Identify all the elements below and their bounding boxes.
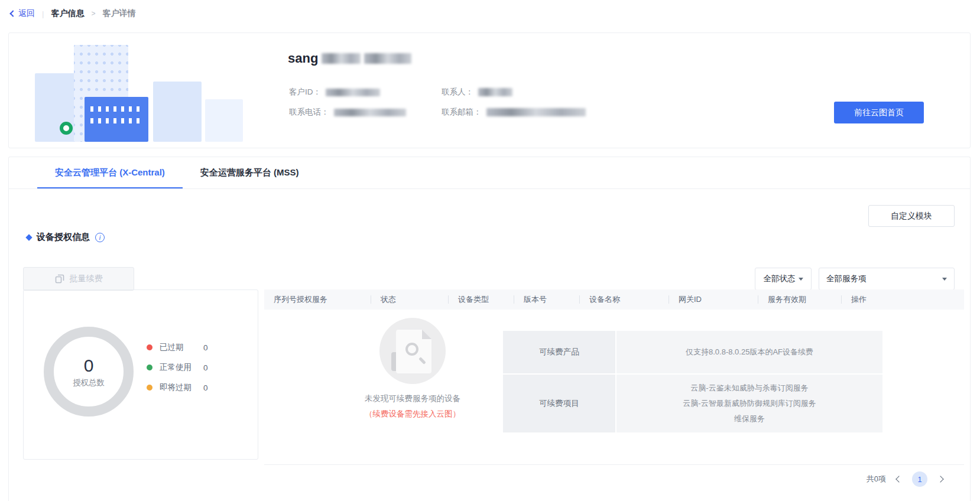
magnifier-icon bbox=[405, 343, 418, 356]
breadcrumb-parent[interactable]: 客户信息 bbox=[51, 8, 84, 19]
license-total-value: 0 bbox=[84, 356, 94, 376]
renewable-item: 云脑-云智最新威胁防御规则库订阅服务 bbox=[683, 396, 816, 411]
breadcrumb-separator: | bbox=[42, 9, 44, 18]
legend-item-expiring: 即将过期 0 bbox=[147, 382, 208, 393]
col-status: 状态 bbox=[371, 294, 448, 305]
prev-page-icon[interactable] bbox=[895, 476, 902, 482]
legend-value: 0 bbox=[203, 343, 208, 352]
pagination-total: 共0项 bbox=[867, 474, 886, 484]
col-serial: 序列号授权服务 bbox=[264, 294, 371, 305]
platform-tabs: 安全云管理平台 (X-Central) 安全运营服务平台 (MSS) bbox=[9, 157, 970, 189]
redacted-name-part bbox=[322, 53, 361, 64]
empty-state: 未发现可续费服务项的设备 （续费设备需先接入云图） bbox=[335, 318, 490, 419]
phone-label: 联系电话： bbox=[289, 107, 329, 118]
custom-module-button[interactable]: 自定义模块 bbox=[868, 205, 955, 227]
diamond-bullet-icon bbox=[25, 234, 32, 240]
col-version: 版本号 bbox=[514, 294, 579, 305]
pagination: 共0项 1 bbox=[264, 465, 964, 493]
redacted-name-part bbox=[364, 53, 411, 64]
location-pin-icon bbox=[60, 122, 73, 135]
service-filter-select[interactable]: 全部服务项 bbox=[819, 268, 955, 290]
filter-group: 全部状态 全部服务项 bbox=[755, 268, 955, 290]
legend-label: 正常使用 bbox=[160, 362, 203, 373]
contact-label: 联系人： bbox=[442, 87, 473, 97]
building-illustration bbox=[27, 40, 257, 142]
customer-name-text: sang bbox=[288, 51, 318, 66]
table-header-row: 序列号授权服务 状态 设备类型 版本号 设备名称 网关ID 服务有效期 操作 bbox=[264, 289, 964, 310]
batch-renew-label: 批量续费 bbox=[70, 274, 103, 284]
table-row: 可续费产品 仅支持8.0.8-8.0.25版本的AF设备续费 bbox=[503, 331, 882, 373]
breadcrumb-current: 客户详情 bbox=[102, 8, 135, 19]
license-total-label: 授权总数 bbox=[73, 378, 105, 388]
status-filter-select[interactable]: 全部状态 bbox=[755, 268, 812, 290]
service-filter-value: 全部服务项 bbox=[826, 274, 867, 284]
renewable-item: 云脑-云鉴未知威胁与杀毒订阅服务 bbox=[690, 380, 808, 396]
breadcrumb-arrow: > bbox=[91, 9, 95, 18]
renewable-products-value: 仅支持8.0.8-8.0.25版本的AF设备续费 bbox=[686, 344, 813, 360]
empty-state-text: 未发现可续费服务项的设备 bbox=[335, 393, 490, 404]
platform-card: 安全云管理平台 (X-Central) 安全运营服务平台 (MSS) 自定义模块… bbox=[8, 157, 971, 501]
page-number-button[interactable]: 1 bbox=[912, 471, 927, 487]
device-table: 序列号授权服务 状态 设备类型 版本号 设备名称 网关ID 服务有效期 操作 bbox=[264, 289, 964, 493]
legend-label: 已过期 bbox=[160, 342, 203, 353]
renewable-items-label: 可续费项目 bbox=[503, 375, 615, 432]
breadcrumb: 返回 | 客户信息 > 客户详情 bbox=[11, 8, 135, 19]
section-header: 设备授权信息 bbox=[27, 232, 105, 243]
legend-value: 0 bbox=[203, 383, 208, 392]
tab-x-central[interactable]: 安全云管理平台 (X-Central) bbox=[37, 157, 183, 188]
status-filter-value: 全部状态 bbox=[764, 274, 796, 284]
chevron-left-icon bbox=[9, 10, 16, 17]
col-gateway-id: 网关ID bbox=[669, 294, 758, 305]
goto-cloud-home-button[interactable]: 前往云图首页 bbox=[834, 102, 924, 123]
back-label: 返回 bbox=[18, 8, 35, 19]
license-donut-chart: 0 授权总数 bbox=[44, 327, 134, 417]
email-value-redacted bbox=[486, 108, 586, 116]
customer-name: sang bbox=[288, 51, 411, 66]
col-actions: 操作 bbox=[842, 294, 964, 305]
expired-dot-icon bbox=[147, 344, 152, 350]
normal-dot-icon bbox=[147, 365, 152, 370]
empty-search-icon bbox=[379, 318, 446, 384]
customer-header-card: sang 客户ID： 联系人： 联系电话： 联系邮箱： 前往云图首页 bbox=[8, 32, 971, 148]
customer-id-label: 客户ID： bbox=[289, 87, 321, 97]
col-device-type: 设备类型 bbox=[449, 294, 514, 305]
renewable-info-table: 可续费产品 仅支持8.0.8-8.0.25版本的AF设备续费 可续费项目 云脑-… bbox=[503, 331, 882, 434]
customer-fields: 客户ID： 联系人： 联系电话： 联系邮箱： bbox=[289, 85, 586, 125]
legend-label: 即将过期 bbox=[160, 382, 203, 393]
table-body: 未发现可续费服务项的设备 （续费设备需先接入云图） 可续费产品 仅支持8.0.8… bbox=[264, 310, 964, 464]
col-validity: 服务有效期 bbox=[758, 294, 841, 305]
tab-mss[interactable]: 安全运营服务平台 (MSS) bbox=[183, 157, 317, 188]
contact-value-redacted bbox=[478, 88, 512, 96]
building-block bbox=[153, 82, 202, 142]
building-block bbox=[205, 99, 243, 142]
next-page-icon[interactable] bbox=[937, 476, 943, 482]
renewable-products-label: 可续费产品 bbox=[503, 331, 615, 373]
back-button[interactable]: 返回 bbox=[11, 8, 35, 19]
copy-stack-icon bbox=[55, 274, 64, 284]
legend-item-normal: 正常使用 0 bbox=[147, 362, 208, 373]
renewable-item: 维保服务 bbox=[734, 411, 765, 427]
empty-state-hint: （续费设备需先接入云图） bbox=[335, 409, 490, 419]
customer-id-value-redacted bbox=[326, 89, 380, 96]
building-block bbox=[85, 97, 148, 142]
email-label: 联系邮箱： bbox=[442, 107, 482, 118]
info-icon[interactable] bbox=[95, 233, 105, 242]
phone-value-redacted bbox=[334, 109, 406, 116]
expiring-dot-icon bbox=[147, 385, 152, 391]
section-title: 设备授权信息 bbox=[37, 232, 90, 243]
chevron-down-icon bbox=[799, 278, 803, 283]
license-legend: 已过期 0 正常使用 0 即将过期 0 bbox=[147, 342, 208, 393]
batch-renew-button[interactable]: 批量续费 bbox=[23, 267, 134, 291]
table-row: 可续费项目 云脑-云鉴未知威胁与杀毒订阅服务 云脑-云智最新威胁防御规则库订阅服… bbox=[503, 375, 882, 432]
license-summary-panel: 0 授权总数 已过期 0 正常使用 0 即将过期 0 bbox=[23, 289, 258, 460]
legend-item-expired: 已过期 0 bbox=[147, 342, 208, 353]
chevron-down-icon bbox=[942, 278, 947, 283]
col-device-name: 设备名称 bbox=[580, 294, 669, 305]
legend-value: 0 bbox=[203, 363, 208, 372]
